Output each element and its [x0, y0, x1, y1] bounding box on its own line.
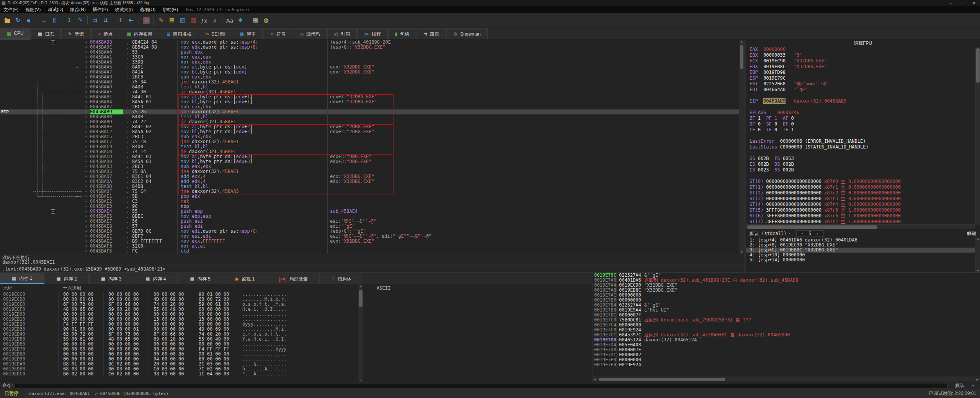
breakpoint-dot[interactable]: ● — [82, 174, 90, 179]
close-window-button[interactable]: ✕ — [969, 0, 980, 6]
breakpoint-dot[interactable]: ● — [82, 169, 90, 174]
breakpoint-dot[interactable]: ● — [82, 234, 90, 239]
register-line[interactable]: ST(5) 3FFF8000000000000000 x87r5 空 1.000… — [746, 207, 980, 213]
breakpoint-dot[interactable]: ● — [82, 239, 90, 244]
breakpoint-dot[interactable]: ● — [82, 109, 90, 114]
stack-row[interactable]: 0019E7C400000000 — [593, 323, 980, 328]
menu-F[interactable]: 文件(F) — [0, 7, 22, 12]
register-line[interactable]: GS 002B FS 0053 — [746, 156, 980, 161]
minimize-button[interactable]: – — [946, 0, 957, 6]
scroll-down-icon[interactable]: ▼ — [975, 269, 980, 272]
breakpoint-dot[interactable]: ● — [82, 149, 90, 154]
register-line[interactable] — [746, 133, 980, 139]
breakpoint-dot[interactable]: ● — [82, 124, 90, 129]
stack-row[interactable]: 0019E7A40019EC90"X32DBG.EXE" — [593, 283, 980, 288]
step-over-button[interactable]: ↷ — [75, 15, 85, 25]
register-line[interactable]: ZF 1 PF 1 AF 0 — [746, 116, 980, 121]
register-line[interactable]: ST(6) 3FFF8000000000000000 x87r6 空 1.000… — [746, 213, 980, 219]
open-file-button[interactable] — [2, 15, 12, 25]
stack-row[interactable]: 0019E7B4022527A4&"`gE" — [593, 303, 980, 308]
dump-tab-memory-5[interactable]: ▦内存 5 — [178, 274, 222, 284]
register-line[interactable]: CF 0 TF 0 IF 1 — [746, 127, 980, 133]
stack-row[interactable]: 0019E7B80019E9A4L"Hei UI" — [593, 308, 980, 313]
disassembly-view[interactable]: ●0045BA98.8B4C24 04mov ecx,dword ptr ss:… — [0, 40, 739, 254]
breakpoint-dot[interactable]: ● — [82, 40, 90, 45]
restart-button[interactable]: ↻ — [13, 15, 23, 25]
help-button[interactable]: ◍ — [261, 15, 271, 25]
scrollbar-thumb[interactable] — [747, 225, 877, 229]
calculator-button[interactable]: ▦ — [250, 15, 260, 25]
breakpoint-dot[interactable]: ● — [82, 129, 90, 134]
registers-title[interactable]: 隐藏FPU — [746, 40, 980, 47]
breakpoint-dot[interactable]: ● — [82, 65, 90, 70]
stack-row[interactable]: 0019E7AC00000000 — [593, 293, 980, 298]
tab-script[interactable]: ▤脚本 — [233, 28, 263, 39]
stack-row[interactable]: 0019E7C075B0DC81返回到 kernelbase.sub_75B0D… — [593, 318, 980, 323]
breakpoint-dot[interactable]: ● — [82, 100, 90, 104]
breakpoint-dot[interactable]: ● — [82, 219, 90, 224]
register-line[interactable] — [746, 173, 980, 179]
tab-trace[interactable]: ⇉跟踪 — [416, 28, 446, 39]
chevron-down-icon[interactable]: ▾ — [801, 232, 803, 235]
stack-row[interactable]: 0019E7D80000007F — [593, 347, 980, 352]
calculator-fx-button[interactable]: ƒx — [199, 15, 209, 25]
register-line[interactable] — [746, 150, 980, 156]
dump-tab-memory-2[interactable]: ▦内存 2 — [44, 274, 88, 284]
unlock-button[interactable]: 解锁 — [967, 230, 976, 237]
register-line[interactable]: EDX 0019EB8C "X32DBG.EXE" — [746, 64, 980, 70]
text-case-button[interactable]: Aa — [225, 15, 235, 25]
breakpoint-dot[interactable]: ● — [82, 154, 90, 159]
register-line[interactable]: ST(4) 00000000000000000000 x87r4 空 0.000… — [746, 202, 980, 207]
tab-notes[interactable]: ✎笔记 — [61, 28, 91, 39]
tab-breakpoints[interactable]: ●断点 — [91, 28, 119, 39]
register-line[interactable]: ST(2) 00000000000000000000 x87r2 空 0.000… — [746, 190, 980, 196]
menu-O[interactable]: 选项(O) — [136, 7, 159, 12]
dump-scrollbar[interactable]: ▲ ▼ — [358, 284, 363, 382]
breakpoint-dot[interactable]: ● — [82, 60, 90, 65]
tab-threads[interactable]: ≫线程 — [357, 28, 388, 39]
tab-symbols[interactable]: ✦符号 — [263, 28, 292, 39]
breakpoint-dot[interactable]: ● — [82, 184, 90, 189]
register-line[interactable] — [746, 104, 980, 110]
registers-scrollbar[interactable] — [975, 47, 980, 225]
scroll-left-icon[interactable]: ◀ — [593, 378, 598, 381]
command-profile-select[interactable]: 默认 ▾ — [951, 382, 980, 389]
tab-source[interactable]: ◇源代码 — [293, 28, 327, 39]
menu-H[interactable]: 帮助(H) — [159, 7, 181, 12]
breakpoint-dot[interactable]: ● — [82, 179, 90, 184]
breakpoint-dot[interactable]: ● — [82, 214, 90, 219]
breakpoint-dot[interactable]: ● — [82, 204, 90, 209]
scrollbar-thumb[interactable] — [359, 290, 363, 307]
step-out-button[interactable]: ↥ — [116, 15, 126, 25]
scrollbar-thumb[interactable] — [976, 48, 980, 83]
breakpoint-dot[interactable]: ● — [82, 229, 90, 234]
scrollbar-thumb[interactable] — [740, 45, 743, 69]
close-button[interactable]: ■ — [24, 15, 34, 25]
breakpoint-dot[interactable]: ● — [82, 55, 90, 60]
scroll-down-icon[interactable]: ▼ — [358, 379, 363, 382]
scroll-up-icon[interactable]: ▲ — [358, 285, 363, 287]
breakpoint-dot[interactable]: ● — [82, 159, 90, 164]
collapse-icon[interactable]: - — [51, 40, 55, 44]
register-line[interactable]: EIP 0045BAB9 daxxor(32).0045BAB9 — [746, 98, 980, 104]
dump-tab-watch-1[interactable]: ◉监视 1 — [223, 274, 267, 284]
stack-row[interactable]: 0019E7D4005E0A08 — [593, 343, 980, 347]
breakpoint-dot[interactable]: ● — [82, 119, 90, 124]
stack-row[interactable]: 0019E7D000465124daxxor(32).00465124 — [593, 338, 980, 343]
disassembly-scrollbar[interactable]: ▲ ▼ — [739, 40, 744, 254]
breakpoint-dot[interactable]: ● — [82, 144, 90, 149]
tab-log[interactable]: ▤日志 — [31, 28, 61, 39]
menu-D[interactable]: 调试(D) — [44, 7, 67, 12]
breakpoint-dot[interactable]: ● — [82, 80, 90, 85]
register-line[interactable]: ST(7) 3FFF8000000000000000 x87r7 空 1.000… — [746, 219, 980, 225]
stack-row[interactable]: 0019E7C80019E924 — [593, 328, 980, 333]
register-line[interactable]: EBX 00000033 '3' — [746, 52, 980, 58]
chevron-up-icon[interactable]: ▴ — [817, 232, 818, 235]
stack-row[interactable]: 0019E7B000000000 — [593, 298, 980, 303]
stack-hscrollbar[interactable]: ◀ ▶ — [593, 377, 980, 382]
hex-dump-panel[interactable]: 地址 十六进制 ASCII 0019ECC000 00 00 0000 00 0… — [0, 284, 592, 382]
breakpoint-dot[interactable]: ● — [82, 70, 90, 75]
argument-row[interactable]: 5: [esp+14] 00000000 — [746, 258, 980, 263]
register-line[interactable]: ST(0) 00000000000000000000 x87r0 空 0.000… — [746, 179, 980, 184]
calling-convention-select[interactable]: 默认 (stdcall) — [750, 230, 786, 237]
